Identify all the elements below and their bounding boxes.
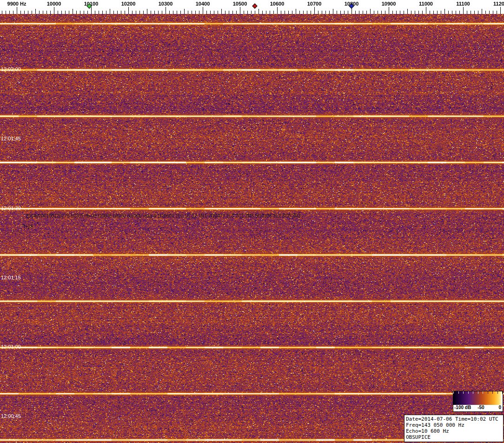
spectrogram-canvas[interactable] — [0, 14, 504, 443]
legend-min-label: -100 dB — [454, 405, 471, 410]
spectrogram-area[interactable]: 12:02:0012:01:4512:01:3012:01:1512:01:00… — [0, 14, 504, 443]
freq-tick-label: 10700 — [307, 1, 322, 7]
freq-tick-label: 10000 — [47, 1, 61, 7]
color-scale-gradient — [453, 391, 503, 405]
time-label: 12:00:45 — [1, 413, 21, 419]
event-annotation-line2: ^f+26 — [22, 224, 33, 229]
time-label: 12:01:45 — [1, 136, 21, 141]
freq-tick-label: 11200 — [493, 1, 504, 7]
time-label: 12:01:00 — [1, 344, 21, 350]
freq-tick-label: 10600 — [270, 1, 285, 7]
legend-mid-label: -50 — [477, 405, 484, 410]
frequency-axis: 9900 Hz100001010010200103001040010500106… — [0, 0, 504, 14]
freq-tick-label: 10900 — [382, 1, 396, 7]
freq-tick-label: 11100 — [456, 1, 470, 7]
info-freq-line: Freq=143 050 000 Hz — [406, 422, 502, 428]
spectrogram-app: 9900 Hz100001010010200103001040010500106… — [0, 0, 504, 443]
freq-tick-label: 10500 — [233, 1, 247, 7]
color-scale-legend: -100 dB -50 0 — [453, 391, 503, 412]
event-annotation-line1: 20140706100126276 hCnt1 nb-01 f10605 hit… — [26, 213, 301, 218]
freq-tick-label: 9900 Hz — [7, 1, 27, 7]
info-station-line: OBSUPICE — [406, 434, 502, 440]
legend-max-label: 0 — [498, 405, 501, 410]
info-date-line: Date=2014-07-06 Time=10:02 UTC — [406, 416, 502, 422]
time-label: 12:01:30 — [1, 205, 21, 211]
freq-tick-label: 10200 — [121, 1, 136, 7]
freq-tick-label: 10400 — [196, 1, 210, 7]
freq-tick-label: 10300 — [159, 1, 173, 7]
freq-tick-label: 11000 — [419, 1, 433, 7]
time-label: 12:01:15 — [1, 275, 21, 280]
info-echo-line: Echo=10 600 Hz — [406, 428, 502, 434]
color-scale-labels: -100 dB -50 0 — [453, 405, 503, 411]
info-box: Date=2014-07-06 Time=10:02 UTC Freq=143 … — [404, 415, 504, 442]
time-label: 12:02:00 — [1, 66, 21, 72]
